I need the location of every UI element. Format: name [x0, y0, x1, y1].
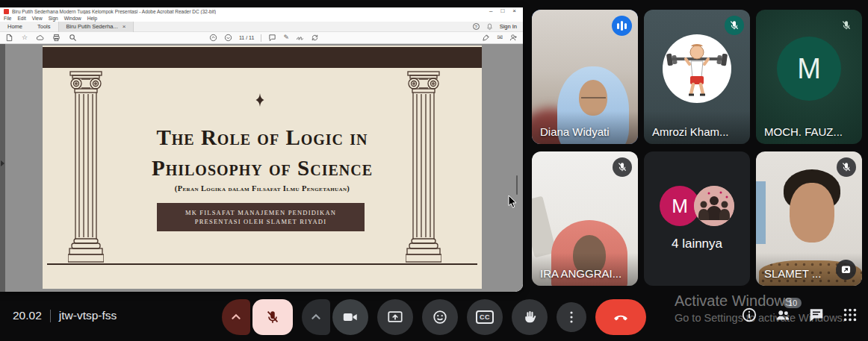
info-button[interactable] — [740, 306, 758, 324]
meeting-panel-buttons: 10 — [740, 306, 859, 324]
speaking-indicator-icon — [612, 16, 632, 36]
tab-document-label: Biru Putih Sederha... — [66, 23, 118, 30]
share-icon[interactable] — [311, 34, 319, 42]
pane-toggle-arrow-icon[interactable] — [1, 160, 4, 166]
mic-off-icon — [837, 16, 856, 35]
tile-others-overflow[interactable]: M 4 lainnya — [644, 151, 750, 286]
menu-file[interactable]: File — [4, 16, 11, 21]
slide-box-line1: MK FILSAFAT MANAJEMEN PENDIDIKAN — [157, 208, 365, 217]
participant-count-badge: 10 — [784, 298, 802, 308]
acrobat-app-icon — [4, 9, 9, 14]
apps-grid-icon[interactable] — [841, 306, 859, 324]
camera-options-chevron[interactable] — [302, 299, 330, 335]
acrobat-toolbar: ☆ 11 / 11 — [0, 32, 523, 44]
acrobat-window: Biru Putih Sederhana Modern Tugas Kelomp… — [0, 7, 523, 292]
toolbar-divider — [261, 34, 261, 42]
comment-icon[interactable] — [268, 34, 276, 42]
tile-moch-fauz[interactable]: M MOCH. FAUZ... — [756, 10, 862, 144]
bell-icon[interactable] — [486, 22, 494, 31]
menu-help[interactable]: Help — [87, 16, 97, 21]
meet-screen: Biru Putih Sederhana Modern Tugas Kelomp… — [0, 0, 868, 341]
participant-name: SLAMET ... — [764, 267, 821, 280]
present-screen-button[interactable] — [377, 299, 413, 335]
slide-box-line2: PRESENTASI OLEH SLAMET RIYADI — [157, 217, 365, 226]
tab-tools[interactable]: Tools — [30, 22, 58, 32]
presenting-icon — [836, 260, 856, 280]
background-object-shape — [756, 181, 766, 244]
acrobat-tabbar: Home Tools Biru Putih Sederha... × ? Sig… — [0, 22, 523, 32]
mouse-cursor — [508, 195, 518, 212]
column-illustration-left — [68, 71, 104, 266]
tab-close-icon[interactable]: × — [123, 23, 126, 30]
sparkle-star-icon — [253, 93, 267, 110]
mic-off-icon — [837, 157, 856, 177]
star-favorites-icon[interactable]: ☆ — [22, 34, 28, 42]
captions-button[interactable]: CC — [467, 299, 503, 335]
slide-course-box: MK FILSAFAT MANAJEMEN PENDIDIKAN PRESENT… — [157, 203, 365, 231]
menu-edit[interactable]: Edit — [17, 16, 25, 21]
document-viewport: The Role of Logic in Philosophy of Scien… — [0, 44, 523, 292]
close-button[interactable]: × — [512, 7, 516, 15]
pdf-slide-page: The Role of Logic in Philosophy of Scien… — [43, 46, 482, 289]
participant-grid: Diana Widyati — [532, 10, 862, 286]
avatar — [663, 34, 731, 103]
sign-in-button[interactable]: Sign In — [500, 23, 517, 30]
mic-off-icon — [725, 16, 744, 35]
face-shape — [790, 183, 834, 243]
share-person-icon[interactable] — [509, 34, 518, 42]
slide-top-bar — [43, 47, 482, 68]
cloud-upload-icon[interactable] — [36, 34, 44, 42]
glasses-shape — [581, 93, 606, 98]
prev-page-icon[interactable] — [209, 34, 217, 42]
tab-home[interactable]: Home — [0, 22, 30, 32]
tile-diana-widyati[interactable]: Diana Widyati — [532, 10, 638, 144]
participant-name: MOCH. FAUZ... — [764, 125, 843, 138]
maximize-button[interactable]: □ — [500, 7, 504, 15]
minimize-button[interactable]: – — [489, 7, 492, 15]
mic-off-icon — [613, 157, 632, 177]
people-button[interactable]: 10 — [774, 306, 792, 324]
edit-pencil-icon[interactable]: ✎ — [283, 34, 289, 42]
document-scrollbar[interactable] — [516, 175, 518, 195]
navigation-pane-strip[interactable] — [0, 44, 5, 292]
chat-button[interactable] — [807, 306, 825, 324]
more-options-button[interactable] — [557, 302, 586, 332]
search-icon[interactable] — [69, 34, 77, 42]
menu-window[interactable]: Window — [64, 16, 81, 21]
avatar-initial: M — [777, 37, 841, 101]
printer-icon[interactable] — [52, 34, 61, 42]
cc-icon: CC — [476, 310, 494, 324]
tile-ira-anggrai[interactable]: IRA ANGGRAI... — [532, 151, 638, 286]
mic-options-chevron[interactable] — [222, 299, 250, 335]
avatar-image — [694, 186, 734, 226]
mic-muted-button[interactable] — [252, 299, 293, 335]
tab-document[interactable]: Biru Putih Sederha... × — [58, 22, 134, 32]
raise-hand-button[interactable] — [512, 299, 548, 335]
camera-control-group — [302, 299, 368, 335]
call-controls: CC — [0, 299, 868, 335]
camera-button[interactable] — [332, 299, 368, 335]
fill-sign-icon[interactable] — [296, 34, 304, 42]
file-icon[interactable] — [5, 34, 13, 42]
mic-control-group — [222, 299, 293, 335]
overflow-avatars: M — [660, 186, 734, 226]
column-illustration-right — [406, 71, 441, 266]
help-icon[interactable]: ? — [473, 23, 480, 30]
tile-slamet[interactable]: SLAMET ... — [756, 151, 862, 286]
participant-name: IRA ANGGRAI... — [540, 267, 621, 280]
pen-tool-icon[interactable] — [482, 34, 490, 42]
reactions-button[interactable] — [422, 299, 458, 335]
email-icon[interactable]: ✉ — [497, 34, 503, 42]
participant-name: Diana Widyati — [540, 125, 610, 138]
tile-amrozi[interactable]: Amrozi Kham... — [644, 10, 750, 144]
acrobat-titlebar: Biru Putih Sederhana Modern Tugas Kelomp… — [0, 7, 523, 15]
window-title: Biru Putih Sederhana Modern Tugas Kelomp… — [12, 9, 216, 14]
next-page-icon[interactable] — [224, 34, 232, 42]
page-indicator[interactable]: 11 / 11 — [239, 35, 254, 40]
menu-sign[interactable]: Sign — [49, 16, 58, 21]
participant-name: Amrozi Kham... — [652, 125, 729, 138]
end-call-button[interactable] — [595, 299, 646, 335]
menu-view[interactable]: View — [32, 16, 43, 21]
others-count-label: 4 lainnya — [672, 237, 722, 251]
